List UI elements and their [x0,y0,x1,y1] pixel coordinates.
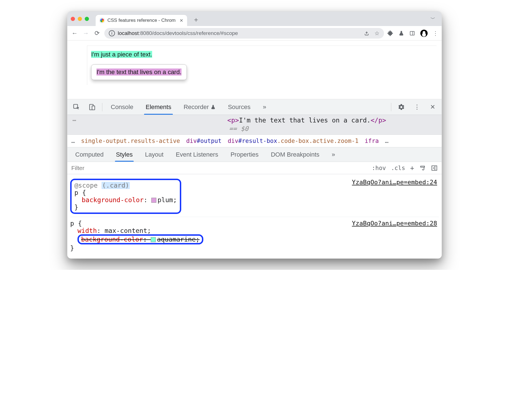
rule-2-brace-close: } [70,244,439,252]
new-tab-button[interactable]: ＋ [190,15,202,24]
subtab-styles[interactable]: Styles [110,147,139,162]
rule-1-colon: : [144,196,152,204]
subtab-dom-breakpoints[interactable]: DOM Breakpoints [265,147,326,162]
subtab-event-listeners[interactable]: Event Listeners [170,147,225,162]
tab-recorder-label: Recorder [183,103,209,111]
tab-sources-label: Sources [228,103,251,111]
computed-styles-toggle-icon[interactable] [431,165,438,171]
toolbar-right: ⋮ [387,30,438,37]
browser-menu-button[interactable]: ⋮ [433,30,438,37]
scope-argument: (.card) [102,182,130,189]
tab-recorder[interactable]: Recorder [178,99,221,115]
paragraph-card: I'm the text that lives on a card. [96,69,182,75]
rule-2-declaration-2[interactable]: background-color: aquamarine; [70,234,439,244]
inspect-element-icon[interactable] [69,103,84,111]
page-viewport: I'm just a piece of text. I'm the text t… [67,41,442,99]
side-panel-icon[interactable] [409,30,415,36]
rule-1-declaration[interactable]: background-color: plum; [74,196,177,204]
chrome-favicon-icon [100,18,105,23]
styles-tab-strip: Computed Styles Layout Event Listeners P… [67,147,442,162]
minimize-window-button[interactable] [78,17,82,21]
subtab-overflow[interactable]: » [326,147,341,162]
rule-1-source-link[interactable]: YzaBqOo?ani…pe=embed:24 [352,179,437,186]
hov-toggle[interactable]: :hov [372,165,386,171]
annotation-highlight-overridden: background-color: aquamarine; [77,234,203,244]
close-window-button[interactable] [71,17,75,21]
tab-console[interactable]: Console [105,99,139,115]
rule-2-declaration-1[interactable]: width: max-content; [70,227,439,234]
extensions-icon[interactable] [387,30,393,36]
share-icon[interactable] [364,30,369,36]
rule-2-val-2: aquamarine; [157,236,199,243]
new-style-rule-button[interactable]: + [410,164,414,172]
subtab-event-label: Event Listeners [176,151,218,158]
browser-tab[interactable]: CSS features reference - Chrom ✕ [96,15,187,26]
subtab-overflow-label: » [332,151,335,158]
address-bar-actions: ☆ [364,30,380,37]
subtab-layout[interactable]: Layout [139,147,169,162]
url-host: localhost [118,30,139,36]
tab-overflow-label: » [263,103,266,111]
svg-rect-0 [410,31,414,35]
subtab-dom-bp-label: DOM Breakpoints [271,151,319,158]
tab-sources[interactable]: Sources [222,99,256,115]
subtab-styles-label: Styles [116,151,133,158]
breadcrumb-part-1[interactable]: div#output [186,138,221,144]
reload-button[interactable]: ⟳ [93,30,101,37]
breadcrumb-part-2-id: #result-box [238,138,277,144]
breadcrumb-part-3-tag: ifra [365,138,379,144]
breadcrumb-part-0[interactable]: single-output.results-active [81,138,180,144]
styles-filter-input[interactable] [67,165,368,171]
subtab-computed[interactable]: Computed [69,147,110,162]
devtools-close-icon[interactable]: ✕ [425,103,440,111]
breadcrumb-part-3[interactable]: ifra [365,138,379,144]
dom-open-tag: <p> [227,117,239,124]
rule-2-brace-open: { [74,220,82,227]
dom-text: I'm the text that lives on a card. [239,117,371,124]
tab-strip: CSS features reference - Chrom ✕ ＋ ﹀ [67,11,442,26]
url-path: /docs/devtools/css/reference/#scope [152,30,238,36]
device-toolbar-icon[interactable] [85,103,99,111]
subtab-properties[interactable]: Properties [224,147,265,162]
address-bar[interactable]: i localhost:8080/docs/devtools/css/refer… [104,28,384,39]
profile-avatar-icon[interactable] [420,30,428,37]
tab-elements-label: Elements [146,103,171,111]
breadcrumb-part-2-tag: div [228,138,238,144]
bookmark-icon[interactable]: ☆ [374,30,380,37]
css-rule-2[interactable]: YzaBqOo?ani…pe=embed:28 p { width: max-c… [70,217,439,254]
flask-icon [211,104,216,110]
breadcrumb-part-1-tag: div [186,138,197,144]
svg-rect-5 [432,166,437,170]
dom-ellipsis-icon: ⋯ [72,117,76,124]
tab-overflow[interactable]: » [257,99,272,115]
scope-keyword: @scope [74,182,98,189]
labs-icon[interactable] [399,30,404,36]
back-button[interactable]: ← [71,30,79,37]
breadcrumb-part-2[interactable]: div#result-box.code-box.active.zoom-1 [228,138,359,144]
rule-1-brace-close: } [74,204,177,211]
rule-2-source-link[interactable]: YzaBqOo?ani…pe=embed:28 [352,220,437,227]
site-info-icon[interactable]: i [109,30,115,36]
maximize-window-button[interactable] [85,17,89,21]
dom-selected-node[interactable]: ⋯ <p>I'm the text that lives on a card.<… [67,115,442,135]
css-rule-1[interactable]: YzaBqOo?ani…pe=embed:24 @scope (.card) p… [70,176,439,217]
devtools-menu-icon[interactable]: ⋮ [410,103,424,111]
breadcrumb-ellipsis-left: … [71,138,75,144]
color-swatch-plum-icon[interactable] [151,198,156,203]
tab-elements[interactable]: Elements [140,99,177,115]
card-container: I'm the text that lives on a card. [91,64,187,80]
breadcrumb-part-2-cls: .code-box.active.zoom-1 [277,138,359,144]
styles-filter-row: :hov .cls + [67,162,442,174]
tab-console-label: Console [111,103,133,111]
devtools-settings-icon[interactable] [394,103,409,111]
cls-toggle[interactable]: .cls [391,165,405,171]
forward-button[interactable]: → [82,30,90,37]
color-swatch-aquamarine-icon[interactable] [151,237,156,242]
dom-breadcrumb[interactable]: … single-output.results-active div#outpu… [67,135,442,147]
annotation-highlight-scope: @scope (.card) p { background-color: plu… [70,179,181,214]
page-content: I'm just a piece of text. I'm the text t… [87,46,437,85]
styles-rules-pane: YzaBqOo?ani…pe=embed:24 @scope (.card) p… [67,174,442,258]
tab-list-dropdown[interactable]: ﹀ [428,15,438,22]
close-tab-button[interactable]: ✕ [178,17,184,24]
paint-bucket-icon[interactable] [419,165,426,171]
